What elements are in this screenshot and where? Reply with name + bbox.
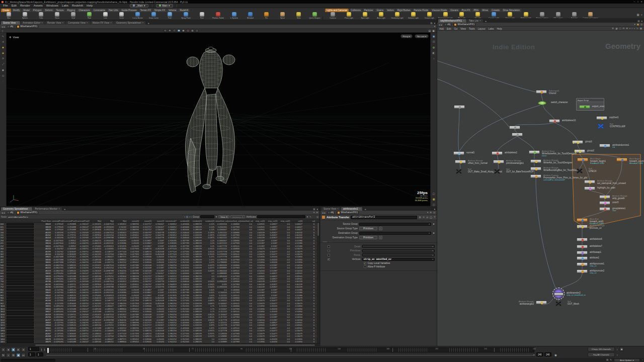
- vertices-class-icon[interactable]: ▪: [186, 216, 188, 218]
- network-node-export_exec[interactable]: export_exec: [579, 105, 590, 109]
- back-icon[interactable]: ◂: [2, 25, 3, 28]
- close-button[interactable]: ✕: [640, 1, 642, 3]
- table-row[interactable]: 0:1186180.1795090.255888-0.230147-0.3264…: [0, 225, 319, 228]
- shelf-tool[interactable]: Metaball: [243, 12, 258, 19]
- network-node-CONTROLLER[interactable]: NullCONTROLLER: [597, 124, 603, 128]
- source-group-field[interactable]: ▾: [359, 223, 431, 226]
- menu-item[interactable]: Assets: [34, 4, 43, 7]
- breadcrumb-root[interactable]: ⌂obj: [327, 211, 335, 214]
- pick-icon[interactable]: ↖: [309, 216, 311, 218]
- desktop-selector[interactable]: Main▾: [156, 4, 173, 8]
- shelf-tab[interactable]: Simple FX: [153, 9, 167, 12]
- menu-item[interactable]: Edit: [12, 4, 17, 7]
- shelf-tab[interactable]: Modify: [12, 9, 22, 12]
- new-tab-button[interactable]: +: [146, 22, 151, 25]
- minimize-button[interactable]: ─: [633, 1, 635, 3]
- pane-menu-icon[interactable]: ▾: [316, 208, 318, 211]
- forward-icon[interactable]: ▸: [4, 211, 6, 214]
- pin-icon[interactable]: ▾: [313, 211, 314, 214]
- pane-tab[interactable]: Take List×: [467, 19, 483, 23]
- follow-toggle[interactable]: ◉: [16, 353, 21, 357]
- step-forward-button[interactable]: ▸: [16, 347, 21, 352]
- network-node-normal1[interactable]: normal1: [453, 151, 464, 155]
- recycle-icon[interactable]: ◎: [433, 211, 435, 214]
- forward-icon[interactable]: ▸: [4, 25, 6, 28]
- shelf-tab[interactable]: Pyro FX: [460, 9, 472, 12]
- viewport[interactable]: ↖ ✛ ◈ ⬙ ⟳ ⤢ ◉ ▭ ◌ ▣ ⊡ ◍ ◧ ☼ ⓘ ▦ ◫ ✥V: [0, 33, 437, 206]
- shelf-tool[interactable]: Distant Light: [422, 12, 437, 19]
- snapshot-icon[interactable]: ◎: [640, 23, 642, 26]
- grid-icon[interactable]: ⊞: [626, 27, 628, 30]
- stop-button[interactable]: ■: [11, 347, 16, 352]
- checkbox[interactable]: ✓: [328, 258, 330, 261]
- view-combo[interactable]: View▾: [218, 215, 229, 218]
- table-row[interactable]: 2:218615-0.00276000.39852-0.244295-0.376…: [0, 245, 319, 247]
- forward-icon[interactable]: ▸: [441, 23, 443, 26]
- inc-frame-button[interactable]: ›: [43, 347, 46, 352]
- network-node-WriteAttr_for_TouchDesigner[interactable]: Attribute WrangleWriteAttr_for_TouchDesi…: [530, 159, 541, 163]
- filter-funnel-icon[interactable]: ▼: [215, 216, 217, 218]
- shelf-tool[interactable]: Helix: [291, 12, 306, 19]
- network-node-promote_uv[interactable]: Attribute Wranglepromote_uv: [577, 225, 588, 228]
- table-row[interactable]: 7:0462380.06559600.449711-0.241949-0.315…: [0, 280, 319, 283]
- network-node-attribdelete6[interactable]: attribdelete6: [577, 238, 588, 241]
- spreadsheet-body[interactable]: 0:0186090.1795090.255888-0.230147-0.3153…: [0, 223, 319, 343]
- table-row[interactable]: 9:146244-0.1173350.493069-0.243751-0.183…: [0, 299, 319, 302]
- vertices-attributes-field[interactable]: strip_uv smoothed_uv▾: [362, 258, 435, 261]
- close-tab-icon[interactable]: ×: [359, 208, 361, 210]
- pin-icon[interactable]: ◪: [615, 27, 617, 30]
- combo-spinner[interactable]: ↕: [379, 236, 382, 239]
- table-row[interactable]: 10:0186550.04950900.515588-0.230147-0.45…: [0, 305, 319, 307]
- table-row[interactable]: 8:218642-0.1027600.468520-0.244295-0.376…: [0, 294, 319, 296]
- table-row[interactable]: 1:0462050.1655960.279711-0.231949-0.3153…: [0, 231, 319, 233]
- network-node-CHECK[interactable]: NullCHECK: [576, 168, 582, 172]
- table-row[interactable]: 5:046225-0.08027600.348520-0.254295-0.31…: [0, 264, 319, 266]
- network-node-OUT_Make_Small_Along_Normal[interactable]: NullOUT_Make_Small_Along_Normal: [455, 169, 461, 173]
- current-frame-field[interactable]: 1: [28, 347, 39, 351]
- search-icon[interactable]: ⊙: [636, 27, 638, 30]
- shelf-config-icon[interactable]: ▦: [637, 13, 639, 16]
- message-log-icon[interactable]: ▤: [606, 358, 608, 361]
- destination-group-field[interactable]: ▾: [359, 232, 431, 235]
- gear-icon[interactable]: ⊕: [430, 211, 432, 214]
- shelf-tool[interactable]: Rod: [82, 12, 97, 19]
- prims-class-icon[interactable]: ▪: [189, 216, 190, 218]
- breadcrumb-node[interactable]: WireframeVFX1: [16, 211, 39, 214]
- range-end-field[interactable]: 240: [536, 352, 543, 356]
- folder-tab[interactable]: [323, 241, 328, 242]
- network-menu-item[interactable]: Edit: [447, 27, 451, 30]
- table-row[interactable]: 12:118664-0.1227600.558520-0.244295-0.34…: [0, 324, 319, 326]
- pin-icon[interactable]: ▾: [434, 25, 435, 28]
- shelf-add-icon[interactable]: +: [641, 13, 642, 16]
- key-all-channels-button[interactable]: Key All Channels: [588, 352, 615, 357]
- pane-tab[interactable]: attribtransfer2×: [341, 207, 362, 211]
- close-tab-icon[interactable]: ×: [17, 22, 18, 24]
- shelf-tab[interactable]: Polygon: [32, 9, 43, 12]
- table-row[interactable]: 1:1462020.1655960.279711-0.231949-0.2878…: [0, 234, 319, 236]
- box-icon[interactable]: ▢: [619, 27, 621, 30]
- table-row[interactable]: 4:118630-0.06274880.375451-0.264295-0.44…: [0, 258, 319, 261]
- table-row[interactable]: 6:2186340.07950900.425588-0.240147-0.321…: [0, 278, 319, 280]
- pane-tab[interactable]: Geometry Spreadsheet×: [1, 207, 32, 211]
- new-tab-button[interactable]: +: [363, 208, 368, 211]
- shelf-tab[interactable]: Collisions: [349, 9, 362, 12]
- close-tab-icon[interactable]: ×: [29, 208, 31, 210]
- handle-icon[interactable]: ◈: [2, 46, 4, 49]
- new-tab-button[interactable]: +: [484, 20, 489, 23]
- overview-icon[interactable]: ▦: [640, 27, 642, 30]
- network-node-attribpromote2[interactable]: attribpromote2strip_uv: [577, 269, 588, 273]
- shelf-tool[interactable]: Tube: [33, 12, 49, 19]
- checkbox[interactable]: ✓: [364, 262, 366, 264]
- table-row[interactable]: 13:146267-0.1373350.583069-0.243751-0.18…: [0, 332, 319, 335]
- checkbox[interactable]: [328, 254, 330, 256]
- network-node-attribpromote1[interactable]: attribpromote1strip_uv: [577, 262, 588, 266]
- points-attributes-field[interactable]: ▾: [362, 253, 435, 256]
- table-row[interactable]: 5:246223-0.08027600.348520-0.254295-0.24…: [0, 269, 319, 272]
- table-row[interactable]: 10:2186570.04950900.515588-0.230147-0.42…: [0, 310, 319, 313]
- close-tab-icon[interactable]: ×: [479, 20, 481, 22]
- network-node-attribwrangle2[interactable]: Attribute Wrangleattribwrangle2: [536, 301, 547, 304]
- group-filter-input[interactable]: [200, 215, 214, 218]
- table-row[interactable]: 1:2462030.1655960.279711-0.231949-0.2353…: [0, 236, 319, 239]
- table-row[interactable]: 0:0186090.1795090.255888-0.230147-0.3153…: [0, 223, 319, 225]
- view-options-icon[interactable]: ▤: [429, 29, 431, 32]
